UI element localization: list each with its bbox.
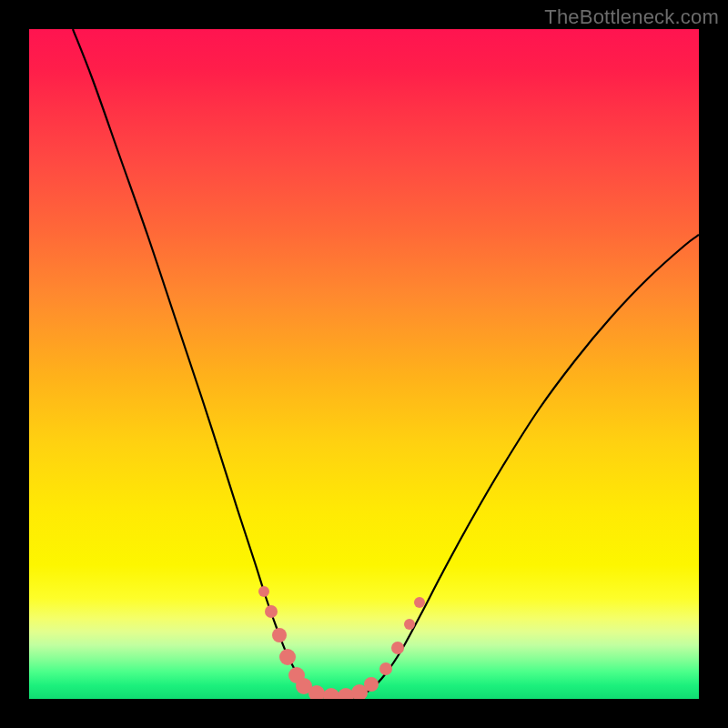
right-dot-4 (404, 619, 415, 630)
left-dot-4 (279, 649, 296, 665)
chart-area (29, 29, 699, 699)
curve-right-curve (339, 235, 699, 699)
left-dot-2 (265, 605, 278, 618)
watermark-text: TheBottleneck.com (544, 5, 719, 29)
right-dot-3 (391, 642, 404, 654)
left-dot-1 (258, 586, 269, 597)
outer-frame: TheBottleneck.com (0, 0, 728, 728)
right-dot-5 (414, 597, 425, 608)
chart-svg (29, 29, 699, 699)
right-dot-2 (379, 662, 392, 675)
right-dot-1 (364, 677, 379, 692)
curve-left-curve (73, 29, 339, 699)
left-dot-3 (272, 628, 287, 642)
floor-dot-3 (323, 688, 339, 699)
